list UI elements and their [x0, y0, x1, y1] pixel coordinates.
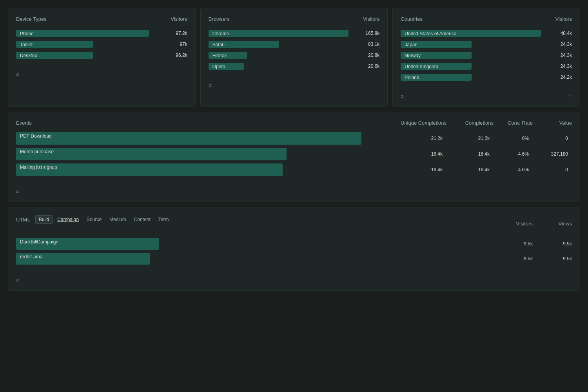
device-bar-value: 96.2k: [168, 53, 187, 58]
browser-row: Opera 20.6k: [209, 63, 380, 70]
event-completions: 21.2k: [446, 136, 494, 141]
country-bar-container: Poland: [401, 74, 548, 81]
events-search-icon[interactable]: ⌕: [16, 188, 19, 194]
device-bar-label: Phone: [16, 29, 38, 39]
countries-header: Countries Visitors: [401, 16, 572, 22]
browser-row: Safari 83.1k: [209, 41, 380, 48]
utms-footer: ⌕: [16, 272, 572, 283]
utms-visitors: 9.5k: [494, 256, 533, 261]
utms-views: 9.5k: [533, 256, 572, 261]
browsers-header: Browsers Visitors: [209, 16, 380, 22]
utms-tab-campaign[interactable]: Campaign: [54, 215, 82, 224]
device-types-visitors-label: Visitors: [171, 16, 187, 22]
utms-views-col-header: Views: [533, 221, 572, 227]
browsers-title: Browsers: [209, 16, 230, 22]
country-row: United States of America 48.4k: [401, 30, 572, 37]
browser-row: Firefox 20.8k: [209, 52, 380, 59]
browser-row: Chrome 165.8k: [209, 30, 380, 37]
event-row: Merch purchase 16.4k 16.4k 4.6% 327,180: [16, 148, 572, 160]
country-row: Norway 24.3k: [401, 52, 572, 59]
device-bar-label: Desktop: [16, 51, 41, 61]
utms-visitors: 9.5k: [494, 241, 533, 247]
utms-search-icon[interactable]: ⌕: [16, 276, 19, 283]
events-header: Events Unique Completions Completions Co…: [16, 120, 572, 126]
device-row: Tablet 97k: [16, 41, 187, 48]
country-bar-container: United Kingdom: [401, 63, 548, 70]
utms-bar-container: reddit-ama: [16, 253, 494, 265]
browsers-footer: ⌕: [209, 78, 380, 88]
country-bar-value: 24.2k: [552, 74, 572, 80]
browser-bar-container: Safari: [209, 41, 356, 48]
country-bar-label: Japan: [401, 40, 421, 50]
device-bar-container: Tablet: [16, 41, 164, 48]
countries-arrow-icon[interactable]: →: [566, 93, 572, 99]
event-bar-container: PDF Download: [16, 132, 392, 145]
utms-panel: UTMs BuildCampaignSourceMediumContentTer…: [8, 207, 580, 291]
device-types-panel: Device Types Visitors Phone 97.2k Tablet…: [8, 8, 196, 107]
utms-tab-medium[interactable]: Medium: [106, 215, 129, 224]
browsers-panel: Browsers Visitors Chrome 165.8k Safari 8…: [200, 8, 388, 107]
device-types-title: Device Types: [16, 16, 47, 22]
event-conv-rate: 4.6%: [494, 167, 533, 172]
utms-bar-container: DuckBillCampaign: [16, 238, 494, 250]
utms-tab-build[interactable]: Build: [35, 215, 53, 224]
event-row: Mailing list signup 16.4k 16.4k 4.6% 0: [16, 163, 572, 176]
country-bar-value: 24.3k: [552, 53, 572, 58]
device-bar-container: Desktop: [16, 52, 164, 59]
event-rows-container: PDF Download 21.2k 21.2k 6% 0 Merch purc…: [16, 132, 572, 176]
country-bar-label: Poland: [401, 73, 423, 83]
top-panels: Device Types Visitors Phone 97.2k Tablet…: [8, 8, 580, 107]
event-value: 0: [533, 136, 572, 141]
device-bar-value: 97k: [168, 42, 187, 47]
country-bar-label: Norway: [401, 51, 425, 61]
utms-bar-label: DuckBillCampaign: [16, 237, 62, 247]
browsers-search-icon[interactable]: ⌕: [209, 82, 212, 88]
utms-header: UTMs BuildCampaignSourceMediumContentTer…: [16, 215, 172, 224]
device-row: Phone 97.2k: [16, 30, 187, 37]
countries-title: Countries: [401, 16, 423, 22]
event-unique-completions: 16.4k: [392, 167, 446, 172]
browser-bar-value: 165.8k: [360, 31, 379, 36]
device-bar-value: 97.2k: [168, 31, 187, 36]
browser-rows: Chrome 165.8k Safari 83.1k Firefox 20.8k…: [209, 30, 380, 70]
event-unique-completions: 21.2k: [392, 136, 446, 141]
device-types-header: Device Types Visitors: [16, 16, 187, 22]
events-footer: ⌕: [16, 184, 572, 194]
event-bar-label: Mailing list signup: [16, 162, 61, 173]
event-unique-completions: 16.4k: [392, 151, 446, 157]
browser-bar-container: Firefox: [209, 52, 356, 59]
countries-panel: Countries Visitors United States of Amer…: [392, 8, 580, 107]
country-row: Poland 24.2k: [401, 74, 572, 81]
browser-bar-label: Firefox: [209, 51, 231, 61]
country-rows: United States of America 48.4k Japan 24.…: [401, 30, 572, 81]
event-bar-container: Merch purchase: [16, 148, 392, 160]
device-rows: Phone 97.2k Tablet 97k Desktop 96.2k: [16, 30, 187, 59]
utms-tab-term[interactable]: Term: [155, 215, 172, 224]
utms-tab-content[interactable]: Content: [131, 215, 154, 224]
event-completions: 16.4k: [446, 151, 494, 157]
country-bar-value: 24.3k: [552, 42, 572, 47]
device-bar-container: Phone: [16, 30, 164, 37]
event-bar-label: PDF Download: [16, 130, 56, 142]
event-value: 327,180: [533, 151, 572, 157]
browser-bar-value: 20.8k: [360, 53, 379, 58]
events-panel: Events Unique Completions Completions Co…: [8, 112, 580, 202]
browser-bar-label: Opera: [209, 62, 229, 72]
events-completions-header: Completions: [446, 120, 494, 126]
events-value-header: Value: [533, 120, 572, 126]
event-row: PDF Download 21.2k 21.2k 6% 0: [16, 132, 572, 145]
utms-row: DuckBillCampaign 9.5k 9.5k: [16, 238, 572, 250]
device-types-search-icon[interactable]: ⌕: [16, 71, 19, 77]
country-bar-value: 48.4k: [552, 31, 572, 36]
utms-rows-container: DuckBillCampaign 9.5k 9.5k reddit-ama 9.…: [16, 238, 572, 265]
utms-tab-source[interactable]: Source: [83, 215, 105, 224]
country-bar-container: Norway: [401, 52, 548, 59]
browser-bar-label: Safari: [209, 40, 229, 50]
event-bar-bg: [16, 132, 361, 145]
utms-row: reddit-ama 9.5k 9.5k: [16, 253, 572, 265]
utms-title: UTMs: [16, 217, 30, 223]
countries-visitors-label: Visitors: [555, 16, 572, 22]
event-bar-label: Merch purchase: [16, 146, 58, 158]
countries-search-icon[interactable]: ⌕: [401, 93, 404, 99]
device-types-footer: ⌕: [16, 67, 187, 77]
